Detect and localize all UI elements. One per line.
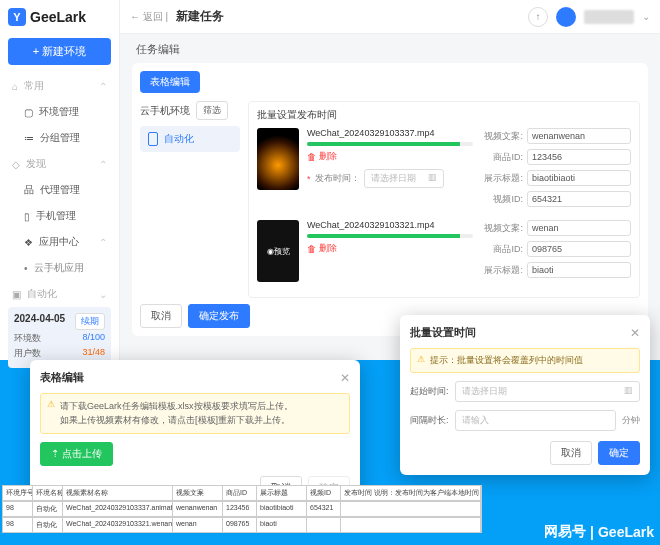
upload-icon[interactable]: ↑ [528,7,548,27]
app-window: Y GeeLark + 新建环境 ⌂常用⌃ ▢环境管理 ≔分组管理 ◇发现⌃ 品… [0,0,660,360]
nav-group-auto[interactable]: ▣自动化⌄ [4,281,115,307]
file-name: WeChat_20240329103337.mp4 [307,128,473,138]
env-auto-row[interactable]: 自动化 [140,126,240,152]
video-row: ◉ 预览 WeChat_20240329103321.mp4 ● 🗑删除 视频文… [257,220,631,283]
calendar-icon: ▥ [624,385,633,398]
calendar-icon: ▥ [428,172,437,185]
nav-phone[interactable]: ▯手机管理 [4,203,115,229]
trash-icon: 🗑 [307,244,316,254]
batch-panel: 批量设置发布时间 WeChat_20240329103337.mp4 ● 🗑删除… [248,101,640,298]
avatar[interactable] [556,7,576,27]
env-column: 云手机环境筛选 自动化 [140,101,240,298]
publish-date-input[interactable]: 请选择日期▥ [364,169,444,188]
start-time-input[interactable]: 请选择日期▥ [455,381,640,402]
warning-icon: ⚠ [417,354,425,367]
product-id-input[interactable]: 123456 [527,149,631,165]
logo-text: GeeLark [30,9,86,25]
table-row[interactable]: 98自动化WeChat_20240329103337.animationwena… [2,501,482,517]
file-name: WeChat_20240329103321.mp4 [307,220,473,230]
warning-banner: ⚠提示：批量设置将会覆盖列中的时间值 [410,348,640,373]
warning-icon: ⚠ [47,399,55,428]
cancel-button[interactable]: 取消 [140,304,182,328]
batch-title: 批量设置发布时间 [257,108,631,122]
modal-title: 批量设置时间 [410,325,476,340]
user-name-blur [584,10,634,24]
title-input[interactable]: biaoti [527,262,631,278]
new-environment-button[interactable]: + 新建环境 [8,38,111,65]
product-id-input[interactable]: 098765 [527,241,631,257]
interval-input[interactable]: 请输入 [455,410,616,431]
table-header: 展示标题 [257,486,307,500]
wenan-input[interactable]: wenanwenan [527,128,631,144]
delete-button[interactable]: 🗑删除 [307,150,473,163]
tab-table-edit[interactable]: 表格编辑 [140,71,200,93]
progress-bar: ● [307,142,473,146]
sub-date: 2024-04-05 [14,313,65,330]
modal-batch-time: 批量设置时间✕ ⚠提示：批量设置将会覆盖列中的时间值 起始时间:请选择日期▥ 间… [400,315,650,475]
table-header: 视频文案 [173,486,223,500]
spreadsheet: 环境序号环境名称视频素材名称视频文案商品ID展示标题视频ID发布时间 说明：发布… [2,485,482,533]
delete-button[interactable]: 🗑删除 [307,242,473,255]
trash-icon: 🗑 [307,152,316,162]
nav-group-common[interactable]: ⌂常用⌃ [4,73,115,99]
upload-button[interactable]: ⇡ 点击上传 [40,442,113,466]
nav-env-manage[interactable]: ▢环境管理 [4,99,115,125]
renew-button[interactable]: 续期 [75,313,105,330]
modal-cancel-button[interactable]: 取消 [550,441,592,465]
topbar: ← 返回 | 新建任务 ↑ ⌄ [120,0,660,34]
subscription-box: 2024-04-05续期 环境数8/100 用户数31/48 [8,307,111,368]
section-title: 任务编辑 [132,42,648,57]
watermark: 网易号|GeeLark [544,523,654,541]
close-icon[interactable]: ✕ [630,326,640,340]
nav-app-center[interactable]: ❖应用中心⌃ [4,229,115,255]
warning-banner: ⚠ 请下载GeeLark任务编辑模板.xlsx按模板要求填写后上传。如果上传视频… [40,393,350,434]
video-thumb[interactable]: ◉ 预览 [257,220,299,282]
progress-bar: ● [307,234,473,238]
page-title: 新建任务 [176,8,224,25]
table-header: 商品ID [223,486,257,500]
logo-icon: Y [8,8,26,26]
dropdown-icon[interactable]: ⌄ [642,11,650,22]
video-id-input[interactable]: 654321 [527,191,631,207]
nav: ⌂常用⌃ ▢环境管理 ≔分组管理 ◇发现⌃ 品代理管理 ▯手机管理 ❖应用中心⌃… [0,73,119,307]
table-row[interactable]: 98自动化WeChat_20240329103321.wenanwenan098… [2,517,482,533]
logo[interactable]: Y GeeLark [0,0,119,34]
video-thumb[interactable] [257,128,299,190]
table-header: 视频素材名称 [63,486,173,500]
nav-group-manage[interactable]: ≔分组管理 [4,125,115,151]
wenan-input[interactable]: wenan [527,220,631,236]
main: ← 返回 | 新建任务 ↑ ⌄ 任务编辑 表格编辑 云手机环境筛选 自动化 [120,0,660,360]
nav-cloud-app[interactable]: •云手机应用 [4,255,115,281]
modal-title: 表格编辑 [40,370,84,385]
close-icon[interactable]: ✕ [340,371,350,385]
nav-proxy[interactable]: 品代理管理 [4,177,115,203]
phone-icon [148,132,158,146]
back-link[interactable]: ← 返回 | [130,10,168,24]
table-header: 视频ID [307,486,341,500]
table-header: 发布时间 说明：发布时间为客户端本地时间，需要时请确保时区设置。2024-03-… [341,486,481,500]
table-header: 环境名称 [33,486,63,500]
video-row: WeChat_20240329103337.mp4 ● 🗑删除 *发布时间：请选… [257,128,631,212]
table-header: 环境序号 [3,486,33,500]
filter-button[interactable]: 筛选 [196,101,228,120]
env-head: 云手机环境 [140,104,190,118]
content: 任务编辑 表格编辑 云手机环境筛选 自动化 批量设置发布时间 WeC [120,34,660,360]
confirm-publish-button[interactable]: 确定发布 [188,304,250,328]
title-input[interactable]: biaotibiaoti [527,170,631,186]
card: 表格编辑 云手机环境筛选 自动化 批量设置发布时间 WeChat_2024032… [132,63,648,336]
modal-ok-button[interactable]: 确定 [598,441,640,465]
table-header-row: 环境序号环境名称视频素材名称视频文案商品ID展示标题视频ID发布时间 说明：发布… [2,485,482,501]
sidebar: Y GeeLark + 新建环境 ⌂常用⌃ ▢环境管理 ≔分组管理 ◇发现⌃ 品… [0,0,120,360]
nav-group-discover[interactable]: ◇发现⌃ [4,151,115,177]
